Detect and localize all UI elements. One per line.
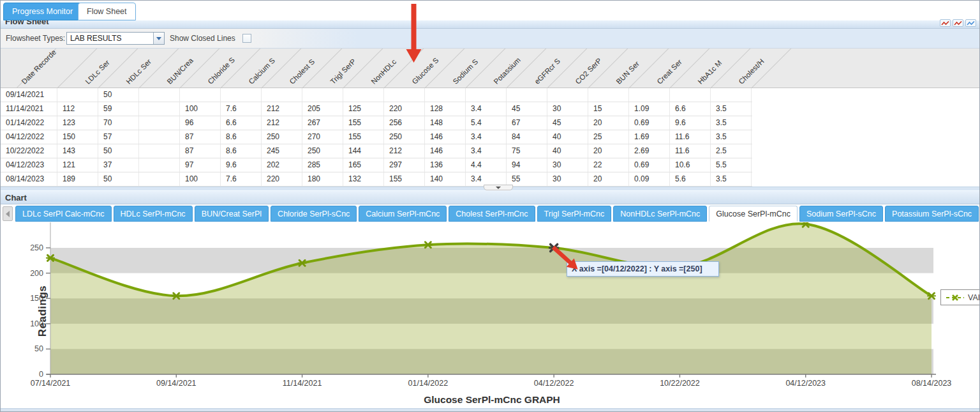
tab-scroll-left-button[interactable] [3,206,13,221]
table-row[interactable]: 08/14/2023189501007.62201801321551403.45… [1,172,752,187]
column-header: Sodium S [452,57,480,86]
table-cell: 4.4 [466,158,507,172]
chart-tab-bun-creat-serpl[interactable]: BUN/Creat SerPl [195,206,269,222]
show-closed-lines-label: Show Closed Lines [170,29,235,48]
table-cell: 20 [588,144,629,158]
table-cell: 3.4 [466,172,507,186]
show-closed-lines-checkbox[interactable] [242,34,251,43]
tab-progress-monitor[interactable]: Progress Monitor [3,3,82,20]
chart-panel-title: Chart [5,193,27,202]
table-cell: 123 [57,116,98,130]
flowsheet-types-label: Flowsheet Types: [6,29,65,48]
flowsheet-type-select[interactable]: LAB RESULTS [66,32,165,45]
x-tick-label: 11/14/2021 [283,379,322,388]
table-row[interactable]: 04/12/202312137979.62022851652971364.494… [1,158,752,172]
table-row[interactable]: 11/14/2021112591007.62122051252201283.44… [1,102,752,116]
line-chart-icon-blue[interactable] [965,19,976,27]
table-cell [670,88,711,102]
table-cell: 212 [262,102,302,116]
legend-series-label: VALU [968,293,980,302]
table-cell: 155 [343,130,384,144]
table-cell: 125 [343,102,384,116]
app-window: Progress Monitor Flow Sheet Flow Sheet F… [0,0,980,412]
table-header: Date RecordeLDLc SerHDLc SerBUN/CreaChlo… [1,48,979,88]
table-cell: 2.69 [629,144,670,158]
table-cell: 3.5 [711,116,752,130]
column-header: Potassium [493,56,522,86]
table-cell: 3.5 [711,102,752,116]
chart-tab-potassium-serpl-scnc[interactable]: Potassium SerPl-sCnc [885,206,979,222]
table-row[interactable]: 09/14/202150 [1,88,752,102]
chart-tab-glucose-serpl-mcnc[interactable]: Glucose SerPl-mCnc [709,206,798,222]
flowsheet-toolbar: Flowsheet Types: LAB RESULTS Show Closed… [1,29,979,48]
collapse-handle[interactable] [484,185,513,190]
table-cell: 20 [588,116,629,130]
x-tick-label: 04/12/2023 [785,379,826,388]
chart-tab-hdlc-serpl-mcnc[interactable]: HDLc SerPl-mCnc [114,206,193,222]
table-cell: 70 [98,116,139,130]
table-cell: 45 [547,116,588,130]
table-cell [180,88,221,102]
table-cell: 132 [343,172,384,186]
table-cell: 50 [98,144,139,158]
table-cell: 250 [302,144,343,158]
line-chart-icon-blue-glyph [967,20,975,26]
table-cell [139,172,180,186]
table-cell: 3.4 [466,144,507,158]
chart-panel-header: Chart [1,190,979,204]
table-cell: 7.6 [221,102,262,116]
table-cell: 146 [425,130,466,144]
table-cell: 04/12/2022 [1,130,57,144]
table-cell: 75 [507,144,547,158]
table-cell: 01/14/2022 [1,116,57,130]
chart-tab-trigl-serpl-mcnc[interactable]: Trigl SerPl-mCnc [537,206,612,222]
chart-tab-nonhdlc-serpl-mcnc[interactable]: NonHDLc SerPl-mCnc [613,206,707,222]
chevron-down-icon[interactable] [153,33,164,44]
chart-area: 05010015020025007/14/202109/14/202111/14… [1,222,980,408]
table-cell: 09/14/2021 [1,88,57,102]
chart-tab-calcium-serpl-mcnc[interactable]: Calcium SerPl-mCnc [359,206,447,222]
x-tick-label: 04/12/2022 [534,379,574,388]
table-cell: 267 [302,116,343,130]
table-cell: 155 [384,172,425,186]
table-row[interactable]: 10/22/202214350878.62452501442121463.475… [1,144,752,158]
table-cell: 57 [98,130,139,144]
column-header: LDLc Ser [84,59,111,86]
table-cell: 8.6 [221,130,262,144]
table-cell [711,88,752,102]
table-cell: 165 [343,158,384,172]
x-tick-label: 07/14/2021 [31,379,71,388]
table-cell: 220 [384,102,425,116]
table-cell: 11.6 [670,144,711,158]
table-cell: 220 [262,172,302,186]
chart-legend[interactable]: VALU [940,289,980,305]
column-header: Cholest S [288,57,316,86]
line-chart-icon-red-2[interactable] [953,19,963,27]
table-cell: 2.5 [711,144,752,158]
chart-tab-ldlc-serpl-calc-mcnc[interactable]: LDLc SerPl Calc-mCnc [15,206,112,222]
tab-flow-sheet[interactable]: Flow Sheet [78,3,136,20]
table-cell [139,158,180,172]
table-cell: 10.6 [670,158,711,172]
table-cell: 50 [98,88,139,102]
chart-tab-sodium-serpl-scnc[interactable]: Sodium SerPl-sCnc [799,206,883,222]
table-cell: 37 [98,158,139,172]
table-cell: 5.5 [711,158,752,172]
chart-tab-cholest-serpl-mcnc[interactable]: Cholest SerPl-mCnc [449,206,535,222]
table-cell: 3.4 [466,130,507,144]
chart-title: Glucose SerPl-mCnc GRAPH [50,394,933,406]
table-cell: 10/22/2022 [1,144,57,158]
table-cell: 11/14/2021 [1,102,57,116]
legend-series-marker-icon [946,294,965,301]
table-row[interactable]: 04/12/202215057878.62502701552501463.484… [1,130,752,144]
chart-tab-chloride-serpl-scnc[interactable]: Chloride SerPl-sCnc [271,206,357,222]
line-chart-icon-red-1[interactable] [940,19,951,27]
table-cell: 45 [507,102,547,116]
table-cell: 250 [384,130,425,144]
table-cell: 22 [588,158,629,172]
table-row[interactable]: 01/14/202212370966.62122671552561485.467… [1,116,752,130]
table-cell [139,130,180,144]
table-cell: 50 [98,172,139,186]
table-cell: 3.5 [711,172,752,186]
column-header: BUN/Crea [166,56,195,86]
